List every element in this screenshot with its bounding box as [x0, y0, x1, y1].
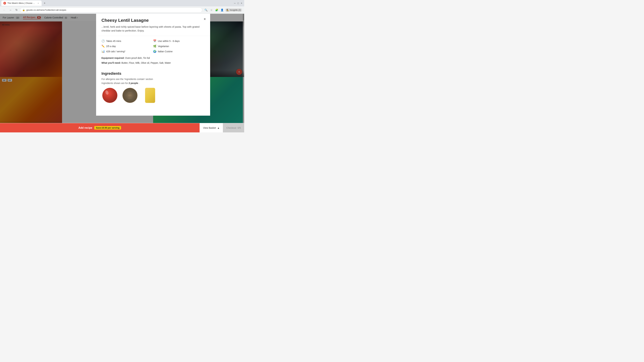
meta-calories-label: 428 cals / serving*: [106, 50, 125, 53]
chart-icon: 📊: [102, 50, 105, 53]
incognito-button[interactable]: 🕵 Incognito (2): [225, 8, 242, 12]
url-text: gousto.co.uk/menu?collection=all-recipes: [26, 9, 200, 11]
pasta-image: [145, 88, 155, 103]
page-content: For Lauren 14 All Recipes 86 Calorie Con…: [0, 14, 244, 132]
modal-overlay: × Cheesy Lentil Lasagne ...lentil, herb …: [0, 14, 244, 132]
modal-equipment: Equipment required: Oven-proof dish, Tin…: [96, 56, 210, 69]
pasta-visual: [145, 88, 155, 103]
incognito-icon: 🕵: [226, 9, 229, 11]
serving-count: 2 people: [129, 82, 138, 84]
meta-calories: 📊 428 cals / serving*: [102, 50, 153, 53]
footer-bar: Add recipe Save £0.50 per serving View B…: [0, 123, 244, 132]
meta-takes-label: Takes 45 mins: [106, 40, 121, 42]
meta-use-within: 📅 Use within 5 - 6 days: [153, 39, 205, 42]
tomato-visual: [102, 88, 118, 103]
window-controls: ─ □ ×: [234, 2, 243, 4]
ingredients-title: Ingredients: [102, 71, 205, 76]
view-basket-label: View Basket: [203, 126, 216, 129]
reload-button[interactable]: ↻: [14, 8, 19, 12]
lentils-image: [122, 88, 138, 103]
needs-text: What you'll need: Butter, Flour, Milk, O…: [102, 61, 205, 65]
modal-meta: 🕐 Takes 45 mins 📅 Use within 5 - 6 days …: [96, 36, 210, 56]
incognito-label: Incognito (2): [230, 9, 241, 11]
tab-bar: G This Week's Menu | Choose Fro... × + ─…: [0, 0, 244, 6]
tomato-image: [102, 88, 118, 103]
modal-close-button[interactable]: ×: [202, 16, 208, 22]
serving-note-suffix: .: [139, 82, 140, 84]
forward-button[interactable]: →: [8, 8, 13, 12]
meta-vegetarian: 🌿 Vegetarian: [153, 44, 205, 48]
pencil-icon: ✏️: [102, 44, 105, 48]
chevron-up-icon: ▲: [217, 126, 220, 129]
view-basket-button[interactable]: View Basket ▲: [200, 123, 223, 132]
close-window-button[interactable]: ×: [240, 2, 243, 4]
maximize-button[interactable]: □: [237, 2, 240, 4]
calendar-icon: 📅: [153, 39, 156, 42]
address-bar: ← → ↻ 🔒 gousto.co.uk/menu?collection=all…: [0, 6, 244, 14]
clock-icon: 🕐: [102, 39, 105, 42]
globe-icon: 🌍: [153, 50, 156, 53]
tab-title: This Week's Menu | Choose Fro...: [8, 2, 36, 4]
leaf-icon: 🌿: [153, 44, 156, 48]
search-icon[interactable]: 🔍: [204, 8, 208, 12]
lock-icon: 🔒: [22, 9, 25, 11]
meta-cuisine: 🌍 Italian Cuisine: [153, 50, 205, 53]
checkout-label: Checkout: [226, 126, 236, 129]
toolbar-icons: 🔍 ☆ 🧩 👤 🕵 Incognito (2): [204, 8, 242, 12]
ingredient-tomato: [102, 88, 118, 103]
allergen-note: For allergens see the 'Ingredients conta…: [102, 78, 205, 80]
browser-chrome: G This Week's Menu | Choose Fro... × + ─…: [0, 0, 244, 14]
serving-note: Ingredients shown are for 2 people .: [102, 82, 205, 84]
modal-ingredients: Ingredients For allergens see the 'Ingre…: [96, 69, 210, 106]
minimize-button[interactable]: ─: [234, 2, 236, 4]
meta-use-within-label: Use within 5 - 6 days: [158, 40, 180, 42]
profile-icon[interactable]: 👤: [220, 8, 224, 12]
back-button[interactable]: ←: [2, 8, 7, 12]
meta-five-a-day-label: 2/5 a day: [106, 45, 116, 48]
url-bar[interactable]: 🔒 gousto.co.uk/menu?collection=all-recip…: [20, 7, 202, 12]
save-badge: Save £0.50 per serving: [94, 126, 121, 130]
tab-close-button[interactable]: ×: [37, 2, 40, 4]
modal-header: Cheesy Lentil Lasagne ...lentil, herb an…: [96, 14, 210, 32]
lentils-visual: [122, 88, 138, 103]
needs-label: What you'll need:: [102, 61, 122, 64]
equipment-items: Oven-proof dish, Tin foil: [125, 57, 150, 59]
ingredients-grid: [102, 88, 205, 103]
ingredient-pasta: [142, 88, 158, 103]
new-tab-button[interactable]: +: [42, 1, 47, 5]
active-tab[interactable]: G This Week's Menu | Choose Fro... ×: [1, 0, 42, 6]
serving-note-prefix: Ingredients shown are for: [102, 82, 129, 84]
add-recipe-label: Add recipe: [78, 126, 92, 129]
equipment-text: Equipment required: Oven-proof dish, Tin…: [102, 56, 205, 60]
modal-description: ...lentil, herb and richly spiced base b…: [102, 25, 205, 32]
extensions-icon[interactable]: 🧩: [214, 8, 219, 12]
equipment-label: Equipment required:: [102, 57, 125, 59]
needs-items: Butter, Flour, Milk, Olive oil, Pepper, …: [122, 61, 171, 64]
add-recipe-button[interactable]: Add recipe Save £0.50 per serving: [0, 123, 200, 132]
modal-title: Cheesy Lentil Lasagne: [102, 18, 205, 23]
meta-cuisine-label: Italian Cuisine: [158, 50, 172, 53]
meta-five-a-day: ✏️ 2/5 a day: [102, 44, 153, 48]
tab-favicon: G: [3, 2, 6, 4]
recipe-modal: × Cheesy Lentil Lasagne ...lentil, herb …: [96, 14, 210, 116]
checkout-count: 0/5: [238, 126, 241, 129]
checkout-button[interactable]: Checkout 0/5: [223, 123, 244, 132]
meta-takes: 🕐 Takes 45 mins: [102, 39, 153, 42]
meta-vegetarian-label: Vegetarian: [158, 45, 169, 48]
bookmark-icon[interactable]: ☆: [209, 8, 214, 12]
ingredient-lentils: [122, 88, 138, 103]
